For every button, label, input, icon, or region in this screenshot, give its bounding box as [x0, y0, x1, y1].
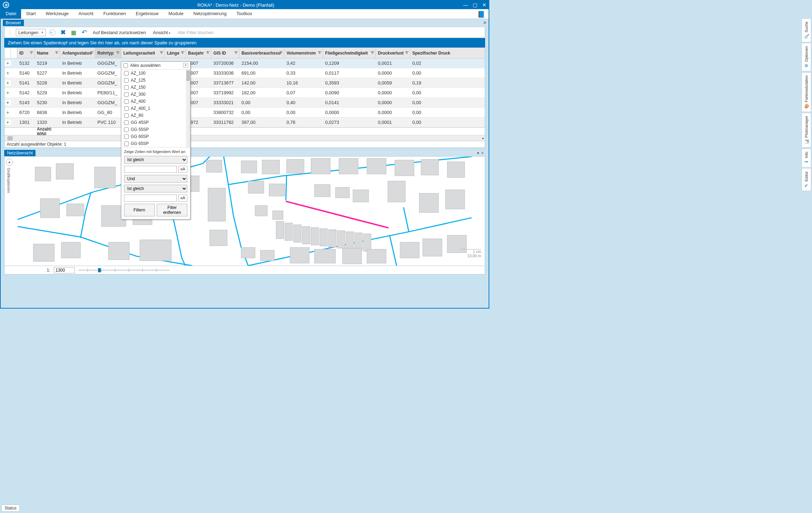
filter-icon[interactable]: ⧨: [371, 50, 374, 55]
table-row[interactable]: +51415228In BetriebGGGZM_200733713677142…: [5, 78, 485, 88]
layer-combo[interactable]: Leitungen: [16, 29, 46, 36]
col-gisid[interactable]: GIS ID⧨: [211, 48, 239, 58]
filter-item[interactable]: AZ_100: [121, 70, 190, 77]
popup-close-icon[interactable]: ×: [183, 63, 188, 68]
browser-close-icon[interactable]: ×: [483, 20, 486, 26]
table-row[interactable]: +67206838In BetriebGG_80338007320,000,00…: [5, 108, 485, 118]
expand-icon[interactable]: +: [5, 61, 11, 66]
filter-icon[interactable]: ⧨: [90, 50, 94, 55]
condition-val2[interactable]: [124, 195, 177, 202]
help-icon[interactable]: 📘: [474, 9, 489, 19]
maximize-button[interactable]: ▢: [473, 2, 477, 8]
filter-icon[interactable]: ⧨: [405, 50, 408, 55]
col-rohrtyp[interactable]: Rohrtyp⧨: [95, 48, 121, 58]
filter-item-checkbox[interactable]: [124, 120, 129, 125]
col-status[interactable]: Anfangsstatus⧨: [60, 48, 95, 58]
map-view[interactable]: ▸ Grafikoptionen: [4, 156, 485, 266]
filter-icon[interactable]: ⧨: [116, 50, 120, 55]
expand-icon[interactable]: +: [5, 80, 11, 86]
zoom-slider[interactable]: [78, 270, 170, 271]
filter-item-checkbox[interactable]: [124, 106, 129, 111]
col-name[interactable]: Name⧨: [35, 48, 60, 58]
zoom-input[interactable]: [54, 267, 75, 273]
col-spez[interactable]: Spezifischer Druck: [410, 48, 455, 58]
condition-op2[interactable]: Ist gleich: [124, 185, 187, 192]
case-toggle2[interactable]: aA: [178, 195, 187, 202]
filter-icon[interactable]: ⧨: [160, 50, 163, 55]
filter-item[interactable]: GG 60SP: [121, 133, 190, 140]
clear-filters-button[interactable]: Alle Filter löschen: [175, 29, 216, 36]
filter-icon[interactable]: ⧨: [318, 50, 321, 55]
col-flow[interactable]: Fließgeschwindigkeit⧨: [323, 48, 376, 58]
ribbon-tab-ergebnisse[interactable]: Ergebnisse: [131, 9, 163, 19]
table-row[interactable]: +51325219In BetriebGGGZM_200733720036215…: [5, 58, 485, 68]
filter-item-checkbox[interactable]: [124, 99, 129, 104]
filter-item-checkbox[interactable]: [124, 85, 129, 90]
select-all-checkbox[interactable]: [123, 63, 128, 68]
netz-tab[interactable]: Netzübersicht: [4, 150, 36, 156]
browser-tab[interactable]: Browser: [3, 20, 24, 26]
condition-op1[interactable]: Ist gleich: [124, 156, 187, 164]
filter-item-checkbox[interactable]: [124, 134, 129, 139]
table-row[interactable]: +13011320In BetriebPVC 11019723331178239…: [5, 118, 485, 127]
col-baujahr[interactable]: Baujahr⧨: [186, 48, 211, 58]
case-toggle1[interactable]: aA: [178, 166, 187, 173]
panel-menu-icon[interactable]: ▾: [477, 151, 479, 156]
filter-item-checkbox[interactable]: [124, 78, 129, 83]
ribbon-tab-netzopt[interactable]: Netzoptimierung: [188, 9, 232, 19]
table-row[interactable]: +51425229In BetriebPE80/11_2007337199921…: [5, 88, 485, 98]
col-basis[interactable]: Basisverbrauchssu⧨: [239, 48, 284, 58]
group-by-strip[interactable]: Ziehen Sie einen Spaltenkopf und legen S…: [4, 38, 485, 48]
filter-item[interactable]: AZ_80: [121, 112, 190, 119]
map-options-toggle[interactable]: ▸: [6, 159, 13, 166]
filter-item-checkbox[interactable]: [124, 71, 129, 76]
filter-clear-button[interactable]: Filter entfernen: [157, 204, 187, 216]
expand-icon[interactable]: +: [5, 100, 11, 105]
filter-item-checkbox[interactable]: [124, 92, 129, 97]
filter-item-checkbox[interactable]: [124, 113, 129, 118]
condition-val1[interactable]: [124, 166, 177, 173]
filter-item[interactable]: AZ_150: [121, 84, 190, 91]
condition-conj[interactable]: Und: [124, 175, 187, 183]
expand-icon[interactable]: +: [5, 110, 11, 115]
filter-item[interactable]: GG 65SP: [121, 140, 190, 147]
expand-icon[interactable]: +: [5, 120, 11, 125]
filter-apply-button[interactable]: Filtern: [124, 204, 155, 216]
filter-icon[interactable]: ⧨: [30, 50, 33, 55]
close-button[interactable]: ✕: [482, 2, 486, 8]
ribbon-tab-start[interactable]: Start: [21, 9, 40, 19]
col-druck[interactable]: Druckverlust⧨: [376, 48, 410, 58]
filter-icon[interactable]: ⧨: [55, 50, 58, 55]
panel-close-icon[interactable]: ×: [481, 151, 484, 156]
col-laenge[interactable]: Länge⧨: [165, 48, 186, 58]
filter-scrollbar[interactable]: [186, 70, 190, 147]
filter-item[interactable]: GG 55SP: [121, 126, 190, 133]
ribbon-tab-ansicht[interactable]: Ansicht: [73, 9, 98, 19]
filter-icon[interactable]: ⧨: [206, 50, 210, 55]
reset-button[interactable]: Auf Bestand zurücksetzen: [91, 29, 148, 36]
add-button[interactable]: +: [49, 28, 56, 36]
export-excel-button[interactable]: ▦: [70, 28, 77, 36]
col-rauheit[interactable]: Leitungsrauheit⧨: [121, 48, 165, 58]
filter-icon[interactable]: ⧨: [234, 50, 238, 55]
filter-item[interactable]: GG 45SP: [121, 119, 190, 126]
filter-item-checkbox[interactable]: [124, 127, 129, 132]
ribbon-tab-module[interactable]: Module: [163, 9, 188, 19]
col-id[interactable]: ID⧨: [17, 48, 35, 58]
ribbon-tab-toolbox[interactable]: Toolbox: [232, 9, 257, 19]
toolbar-handle[interactable]: ⋮: [7, 29, 13, 36]
ribbon-tab-werkzeuge[interactable]: Werkzeuge: [41, 9, 74, 19]
table-row[interactable]: +51405227In BetriebGGGZM_200733333036691…: [5, 68, 485, 78]
filter-icon[interactable]: ⧨: [279, 50, 283, 55]
filter-item-checkbox[interactable]: [124, 141, 129, 146]
ribbon-tab-datei[interactable]: Datei: [1, 9, 21, 19]
view-dropdown[interactable]: Ansicht: [151, 29, 173, 36]
col-volumen[interactable]: Volumenstrom⧨: [284, 48, 323, 58]
expand-icon[interactable]: +: [5, 90, 11, 95]
reset-icon[interactable]: ↶: [80, 28, 88, 36]
table-row[interactable]: +51435230In BetriebGGGZM_2007333330210,0…: [5, 98, 485, 108]
filter-item[interactable]: AZ_125: [121, 77, 190, 84]
filter-item[interactable]: AZ_400: [121, 98, 190, 105]
filter-item[interactable]: AZ_400_1: [121, 105, 190, 112]
grid-hscroll[interactable]: ▸: [5, 135, 485, 141]
